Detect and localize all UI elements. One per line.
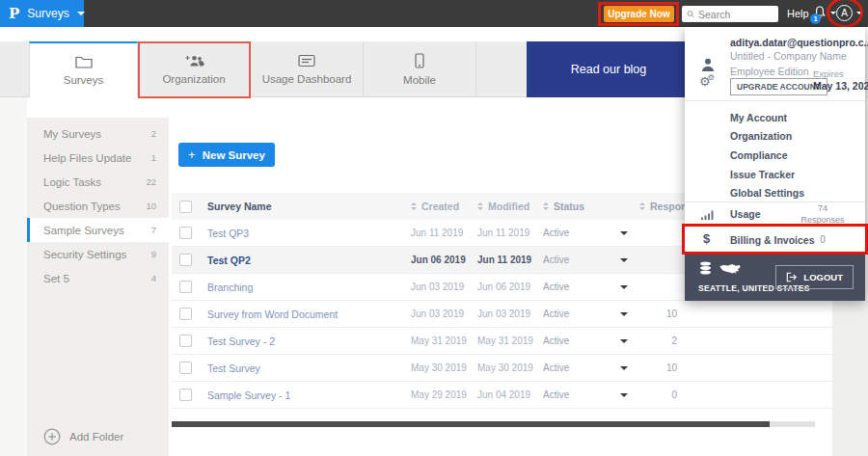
- sort-icon: [639, 202, 645, 210]
- survey-name-link[interactable]: Sample Survey - 1: [207, 389, 290, 401]
- status-dropdown-icon[interactable]: [620, 393, 628, 397]
- status-dropdown-icon[interactable]: [620, 285, 628, 289]
- status-dropdown-icon[interactable]: [620, 339, 628, 343]
- status-value: Active: [543, 255, 569, 265]
- app-title: Surveys: [27, 7, 68, 20]
- account-menu-item[interactable]: Organization: [685, 127, 865, 147]
- row-checkbox[interactable]: [179, 335, 192, 347]
- row-checkbox[interactable]: [179, 389, 192, 401]
- add-folder-button[interactable]: Add Folder: [43, 428, 123, 445]
- row-checkbox[interactable]: [179, 308, 192, 320]
- row-checkbox[interactable]: [179, 254, 192, 266]
- sidebar-folder-item[interactable]: My Surveys 2: [27, 121, 169, 146]
- folder-count: 1: [151, 152, 156, 163]
- row-checkbox[interactable]: [179, 362, 192, 374]
- logout-icon: [786, 272, 798, 282]
- account-menu-item[interactable]: Compliance: [685, 146, 865, 165]
- usage-value: 74 Responses: [798, 203, 848, 226]
- column-modified[interactable]: Modified: [477, 201, 543, 212]
- sort-icon: [543, 202, 549, 210]
- folder-label: Sample Surveys: [43, 225, 124, 236]
- survey-name-link[interactable]: Survey from Word Document: [207, 308, 338, 320]
- response-count: 10: [639, 362, 692, 373]
- survey-name-link[interactable]: Test Survey - 2: [207, 335, 275, 347]
- status-dropdown-icon[interactable]: [620, 258, 628, 262]
- account-menu-item[interactable]: My Account: [685, 108, 865, 127]
- sidebar-folder-item[interactable]: Security Settings 9: [27, 242, 169, 266]
- account-menu-list: My Account Organization Compliance Issue…: [685, 101, 865, 202]
- help-link[interactable]: Help: [787, 8, 809, 19]
- plus-icon: +: [188, 148, 196, 162]
- sidebar-folder-item[interactable]: Sample Surveys 7: [27, 218, 169, 242]
- status-value: Active: [543, 389, 569, 400]
- table-row: Sample Survey - 1 May 29 2019 Jun 04 201…: [172, 382, 832, 409]
- modified-date: Jun 04 2019: [477, 389, 543, 400]
- created-date: Jun 03 2019: [411, 282, 477, 292]
- sidebar-folder-item[interactable]: Set 5 4: [27, 266, 169, 290]
- tab-label: Mobile: [403, 74, 436, 86]
- survey-name-link[interactable]: Branching: [207, 282, 253, 293]
- tab-organization[interactable]: Organization: [138, 41, 251, 97]
- tab-label: Usage Dashboard: [262, 73, 352, 85]
- usage-row[interactable]: Usage 74 Responses: [685, 202, 865, 227]
- sidebar-folder-item[interactable]: Logic Tasks 22: [27, 170, 169, 194]
- folder-count: 9: [151, 249, 156, 259]
- add-folder-label: Add Folder: [69, 431, 123, 443]
- tab-usage-dashboard[interactable]: Usage Dashboard: [251, 41, 364, 97]
- read-blog-button[interactable]: Read our blog: [527, 41, 691, 97]
- left-margin: [0, 97, 27, 456]
- expires-label: Expires: [813, 68, 844, 79]
- created-date: Jun 11 2019: [411, 228, 477, 238]
- survey-name-link[interactable]: Test QP2: [207, 255, 251, 266]
- scrollbar-thumb[interactable]: [172, 421, 770, 427]
- account-panel-footer: SEATTLE, UNITED STATES LOGOUT: [685, 254, 865, 301]
- folder-count: 7: [151, 225, 156, 235]
- sidebar-folder-item[interactable]: Question Types 10: [27, 194, 169, 218]
- folder-label: Logic Tasks: [43, 176, 101, 188]
- modified-date: Jun 11 2019: [477, 228, 543, 238]
- survey-name-link[interactable]: Test QP3: [207, 228, 249, 239]
- billing-value: 0: [798, 234, 848, 245]
- usage-label: Usage: [730, 208, 761, 220]
- response-count: 10: [639, 308, 692, 319]
- dollar-icon: $: [703, 231, 710, 246]
- folder-count: 4: [151, 273, 156, 283]
- sidebar-folder-item[interactable]: Help Files Update 1: [27, 146, 169, 170]
- mobile-icon: [415, 53, 424, 68]
- table-row: Test Survey - 2 May 31 2019 May 31 2019 …: [172, 328, 832, 355]
- tab-mobile[interactable]: Mobile: [364, 41, 476, 97]
- created-date: Jun 06 2019: [411, 255, 477, 265]
- row-checkbox[interactable]: [179, 281, 192, 293]
- folder-label: Help Files Update: [43, 152, 131, 164]
- column-created[interactable]: Created: [411, 201, 477, 212]
- search-input[interactable]: [698, 9, 773, 20]
- row-checkbox[interactable]: [179, 227, 192, 239]
- folder-label: Question Types: [43, 201, 121, 212]
- folder-label: Security Settings: [43, 249, 126, 260]
- new-survey-button[interactable]: + New Survey: [178, 143, 275, 167]
- folder-label: Set 5: [43, 273, 69, 284]
- product-switcher[interactable]: P Surveys: [0, 0, 84, 27]
- status-value: Active: [543, 228, 569, 238]
- logout-button[interactable]: LOGOUT: [775, 265, 854, 289]
- account-menu-item[interactable]: Issue Tracker: [685, 165, 865, 184]
- upgrade-now-button[interactable]: Upgrade Now: [604, 6, 674, 22]
- survey-name-link[interactable]: Test Survey: [207, 362, 260, 374]
- account-avatar[interactable]: A: [836, 5, 853, 21]
- created-date: Jun 03 2019: [411, 308, 477, 319]
- folder-count: 2: [151, 128, 156, 139]
- modified-date: May 30 2019: [477, 362, 543, 373]
- folder-count: 10: [146, 201, 156, 211]
- table-row: Test Survey May 30 2019 May 30 2019 Acti…: [172, 355, 832, 382]
- column-status[interactable]: Status: [543, 201, 639, 212]
- horizontal-scrollbar: [172, 421, 815, 427]
- status-dropdown-icon[interactable]: [620, 366, 628, 370]
- select-all-checkbox[interactable]: [179, 201, 192, 213]
- status-dropdown-icon[interactable]: [620, 231, 628, 235]
- account-menu-item[interactable]: Global Settings: [685, 183, 865, 202]
- billing-invoices-row[interactable]: $ Billing & Invoices 0: [685, 227, 865, 254]
- logout-label: LOGOUT: [803, 272, 843, 282]
- tab-surveys[interactable]: Surveys: [29, 41, 138, 97]
- account-company: Untitled - Company Name: [730, 50, 847, 62]
- status-dropdown-icon[interactable]: [620, 312, 628, 316]
